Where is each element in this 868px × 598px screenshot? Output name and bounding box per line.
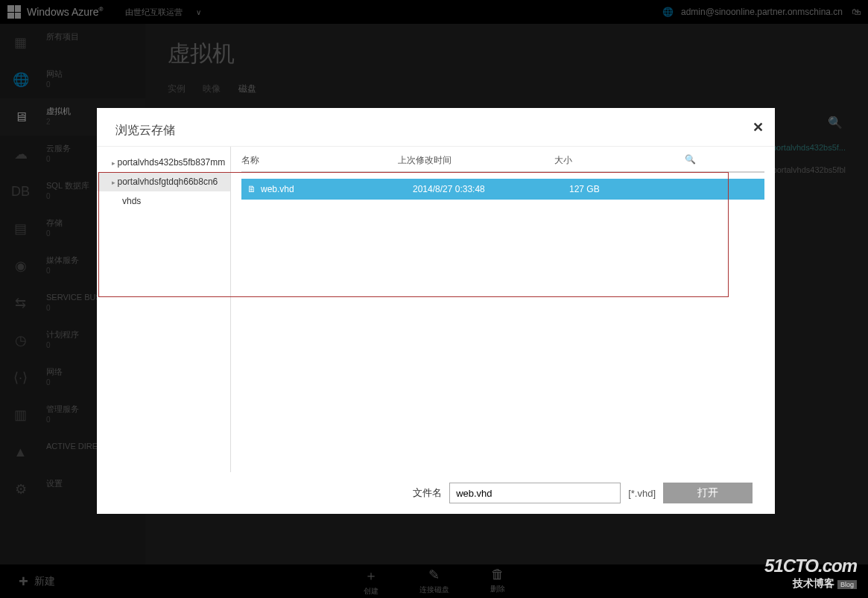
col-name[interactable]: 名称 <box>241 154 398 167</box>
file-icon: 🗎 <box>247 184 256 194</box>
dialog-footer: 文件名 [*.vhd] 打开 <box>97 472 775 514</box>
file-name: web.vhd <box>261 184 413 194</box>
file-size: 127 GB <box>569 184 758 194</box>
col-size[interactable]: 大小 <box>554 154 685 167</box>
col-time[interactable]: 上次修改时间 <box>398 154 554 167</box>
file-columns: 名称 上次修改时间 大小 🔍 <box>231 147 775 171</box>
close-icon[interactable]: ✕ <box>753 119 764 136</box>
dialog-header: 浏览云存储 ✕ <box>97 108 775 146</box>
tree-item[interactable]: vhds <box>97 191 230 211</box>
file-time: 2014/8/27 0:33:48 <box>413 184 569 194</box>
storage-tree: portalvhds432bs5fb837mm portalvhdsfgtdqh… <box>97 147 231 472</box>
tree-item[interactable]: portalvhdsfgtdqh66b8cn6 <box>97 172 230 191</box>
filename-input[interactable] <box>449 483 621 503</box>
file-row[interactable]: 🗎 web.vhd 2014/8/27 0:33:48 127 GB <box>241 179 764 200</box>
file-filter: [*.vhd] <box>628 488 656 499</box>
search-icon[interactable]: 🔍 <box>685 154 703 167</box>
filename-label: 文件名 <box>413 486 442 500</box>
file-panel: 名称 上次修改时间 大小 🔍 🗎 web.vhd 2014/8/27 0:33:… <box>231 147 775 472</box>
browse-storage-dialog: 浏览云存储 ✕ portalvhds432bs5fb837mm portalvh… <box>97 108 775 514</box>
dialog-title: 浏览云存储 <box>115 124 175 136</box>
tree-item[interactable]: portalvhds432bs5fb837mm <box>97 153 230 172</box>
open-button[interactable]: 打开 <box>663 483 753 503</box>
watermark: 51CTO.com 技术博客 Blog <box>764 556 857 591</box>
